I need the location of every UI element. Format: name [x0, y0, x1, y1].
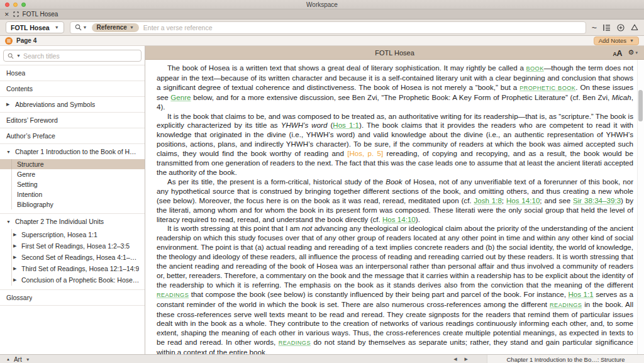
inline-link[interactable]: Genre: [170, 93, 191, 101]
inline-link[interactable]: Hos 14:10: [506, 196, 540, 204]
emphasis-text: Micah: [612, 93, 631, 101]
sidebar-item-label: Hosea: [6, 69, 25, 77]
inline-link[interactable]: Hos 1:1: [333, 121, 359, 129]
sidebar-item[interactable]: Intention: [0, 189, 145, 199]
inline-link[interactable]: READINGS: [550, 302, 582, 308]
chevron-down-icon[interactable]: ▼: [6, 220, 11, 224]
page-marker: [Hos, p. 5]: [347, 149, 383, 157]
emphasis-text: Book: [386, 177, 402, 186]
toc-list-icon[interactable]: [5, 37, 13, 45]
sidebar-item-label: Chapter 1 Introduction to the Book of Ho…: [15, 148, 140, 155]
chevron-down-icon: ▼: [55, 25, 59, 30]
nav-forward-icon[interactable]: ▶: [465, 357, 468, 362]
sidebar-item[interactable]: ▶Abbreviations and Symbols: [0, 96, 145, 112]
sidebar-item-label: First Set of Readings, Hosea 1:2–3:5: [21, 242, 130, 250]
page-label: Page 4: [16, 37, 36, 44]
book-selector-dropdown[interactable]: FOTL Hosea ▼: [6, 21, 64, 33]
parallel-list-icon[interactable]: [603, 24, 611, 31]
breadcrumb[interactable]: Chapter 1 Introduction to the Bo…: Struc…: [487, 355, 644, 363]
sidebar-item[interactable]: ▼Chapter 2 The Individual Units: [0, 213, 145, 229]
sidebar-search-placeholder: Search titles: [23, 52, 60, 60]
status-bar: ▲ Art ▼ ◀ ▶ Chapter 1 Introduction to th…: [0, 354, 644, 363]
inline-link[interactable]: Hos 1:1: [568, 290, 593, 298]
search-placeholder: Enter a verse reference: [143, 24, 213, 31]
sidebar-item[interactable]: Editors’ Foreword: [0, 112, 145, 128]
search-type-pill[interactable]: Reference ▼: [92, 23, 139, 32]
chevron-down-icon: ▼: [130, 25, 134, 30]
sidebar-item[interactable]: ▶Superscription, Hosea 1:1: [0, 229, 145, 240]
sidebar-item[interactable]: Setting: [0, 179, 145, 189]
toolbar: FOTL Hosea ▼ ▼ Reference ▼ Enter a verse…: [0, 20, 644, 36]
window-titlebar: Workspace: [0, 0, 644, 9]
sidebar-item[interactable]: Structure: [0, 159, 145, 169]
inline-link[interactable]: BOOK: [526, 65, 544, 72]
chevron-right-icon[interactable]: ▶: [13, 243, 18, 249]
scrollbar-thumb[interactable]: [638, 90, 643, 121]
page-bar: Page 4 Add Notes ▼: [0, 36, 644, 46]
sidebar-item[interactable]: ▶Third Set of Readings, Hosea 12:1–14:9: [0, 263, 145, 274]
reader-title: FOTL Hosea: [145, 49, 644, 57]
sidebar-item[interactable]: Hosea: [0, 65, 145, 81]
verse-search-input[interactable]: ▼ Reference ▼ Enter a verse reference: [70, 21, 586, 34]
close-tab-icon[interactable]: ✕: [4, 11, 9, 18]
text-size-icon[interactable]: AA: [613, 47, 622, 59]
sidebar-item[interactable]: ▶Conclusion of a Prophetic Book: Hosea 1…: [0, 274, 145, 286]
sidebar-item-label: Contents: [6, 85, 33, 92]
search-icon: [8, 53, 14, 59]
nav-back-icon[interactable]: ◀: [453, 357, 457, 362]
recycle-icon[interactable]: [631, 24, 638, 31]
emphasis-text: not: [302, 224, 312, 232]
sidebar-item[interactable]: Author’s Preface: [0, 128, 145, 143]
sidebar-item-label: Author’s Preface: [6, 132, 55, 140]
sidebar-item[interactable]: Bibliography: [0, 199, 145, 209]
search-scope-dropdown[interactable]: ▼: [75, 24, 87, 31]
art-label: Art: [14, 356, 22, 363]
sidebar-item-label: Bibliography: [17, 201, 53, 208]
sidebar-item[interactable]: Contents: [0, 81, 145, 96]
sidebar-item-label: Genre: [17, 170, 35, 178]
reader-pane: FOTL Hosea AA ⚙▾ The book of Hosea is a …: [145, 46, 644, 354]
add-circle-icon[interactable]: [617, 24, 625, 31]
paragraph: It is the book that claims to be, and wa…: [157, 112, 633, 177]
inline-link[interactable]: READINGS: [157, 292, 189, 298]
search-icon: [75, 24, 82, 31]
sidebar-item[interactable]: Glossary: [0, 289, 145, 306]
sidebar-item-label: Abbreviations and Symbols: [15, 101, 95, 108]
chevron-right-icon[interactable]: ▶: [6, 102, 11, 107]
tab-title[interactable]: FOTL Hosea: [23, 11, 58, 18]
paragraph: It is worth stressing at this point that…: [157, 224, 633, 354]
chevron-right-icon[interactable]: ▶: [13, 277, 18, 282]
tab-bar: ✕ FOTL Hosea: [0, 9, 644, 20]
sidebar-item-label: Conclusion of a Prophetic Book: Hosea 14…: [21, 276, 140, 284]
chevron-right-icon[interactable]: ▶: [13, 266, 18, 271]
inline-link[interactable]: PROPHETIC BOOK: [519, 85, 575, 91]
book-selector-label: FOTL Hosea: [11, 24, 50, 31]
expand-tab-icon[interactable]: [13, 11, 19, 17]
sidebar-list: HoseaContents▶Abbreviations and SymbolsE…: [0, 65, 145, 306]
add-notes-button[interactable]: Add Notes ▼: [594, 36, 639, 45]
reader-header: FOTL Hosea AA ⚙▾: [145, 46, 644, 60]
chevron-right-icon[interactable]: ▶: [13, 255, 18, 260]
tilde-icon[interactable]: ~: [592, 25, 597, 31]
chevron-right-icon[interactable]: ▶: [13, 232, 18, 237]
inline-link[interactable]: Hos 14:10: [382, 215, 416, 223]
chevron-up-icon: ▲: [6, 357, 10, 361]
sidebar-item-label: Chapter 2 The Individual Units: [15, 218, 104, 225]
gear-icon[interactable]: ⚙▾: [628, 48, 638, 57]
sidebar-item[interactable]: ▶First Set of Readings, Hosea 1:2–3:5: [0, 240, 145, 252]
chevron-down-icon[interactable]: ▼: [6, 150, 11, 154]
scrollbar-track[interactable]: [637, 60, 644, 354]
inline-link[interactable]: Sir 38:34–39:3: [573, 196, 621, 204]
art-selector-dropdown[interactable]: ▲ Art ▼: [0, 356, 30, 363]
inline-link[interactable]: READINGS: [279, 340, 311, 346]
chevron-down-icon: ▼: [630, 38, 634, 43]
window-title: Workspace: [0, 1, 644, 8]
toc-sidebar: ▼ Search titles HoseaContents▶Abbreviati…: [0, 46, 145, 354]
sidebar-item[interactable]: ▼Chapter 1 Introduction to the Book of H…: [0, 143, 145, 159]
inline-link[interactable]: Josh 1:8: [474, 196, 501, 204]
sidebar-search-input[interactable]: ▼ Search titles: [3, 50, 142, 62]
sidebar-item[interactable]: Genre: [0, 169, 145, 179]
sidebar-item[interactable]: ▶Second Set of Readings, Hosea 4:1–11:11: [0, 252, 145, 263]
paragraph: The book of Hosea is a written text that…: [157, 64, 633, 112]
chevron-down-icon: ▾: [635, 50, 638, 55]
